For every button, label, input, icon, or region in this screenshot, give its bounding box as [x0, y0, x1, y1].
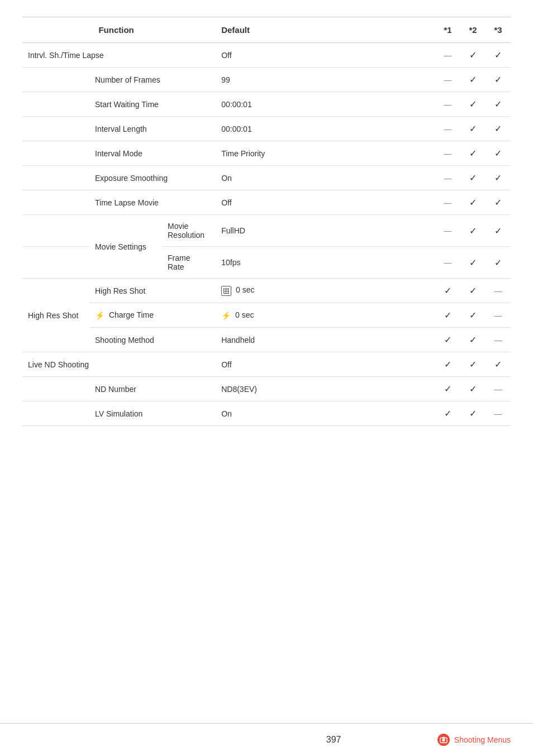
default-cell: Off — [210, 352, 435, 377]
star-cell: ✓ — [435, 401, 460, 426]
header-star3: *3 — [486, 17, 511, 43]
function-cell: Intrvl. Sh./Time Lapse — [22, 43, 210, 68]
star-cell: ✓ — [486, 92, 511, 117]
star-cell: ✓ — [435, 328, 460, 352]
star-cell: — — [486, 377, 511, 401]
star-cell: ✓ — [486, 190, 511, 215]
default-cell: 0 sec — [210, 279, 435, 303]
empty-cell — [22, 141, 89, 166]
star-cell: — — [435, 166, 460, 190]
table-row: Start Waiting Time00:00:01—✓✓ — [22, 92, 511, 117]
grid-icon — [221, 286, 231, 296]
empty-cell — [22, 117, 89, 141]
table-row: Live ND ShootingOff✓✓✓ — [22, 352, 511, 377]
function-cell: Exposure Smoothing — [89, 166, 210, 190]
svg-rect-2 — [442, 737, 445, 739]
star-cell: ✓ — [486, 117, 511, 141]
default-cell: On — [210, 166, 435, 190]
star-cell: — — [435, 43, 460, 68]
table-row: Interval ModeTime Priority—✓✓ — [22, 141, 511, 166]
function-cell: Start Waiting Time — [89, 92, 210, 117]
empty-cell — [22, 68, 89, 92]
star-cell: — — [435, 190, 460, 215]
table-row: ⚡ Charge Time⚡ 0 sec✓✓— — [22, 303, 511, 328]
empty-cell — [22, 190, 89, 215]
star-cell: ✓ — [486, 141, 511, 166]
star-cell: ✓ — [486, 215, 511, 247]
star-cell: ✓ — [460, 303, 486, 328]
main-table: Function Default *1 *2 *3 Intrvl. Sh./Ti… — [22, 17, 511, 426]
svg-point-0 — [442, 739, 445, 741]
table-row: Number of Frames99—✓✓ — [22, 68, 511, 92]
table-row: Time Lapse MovieOff—✓✓ — [22, 190, 511, 215]
default-cell: ND8(3EV) — [210, 377, 435, 401]
star-cell: ✓ — [486, 352, 511, 377]
star-cell: — — [435, 215, 460, 247]
function-cell: Time Lapse Movie — [89, 190, 210, 215]
header-star1: *1 — [435, 17, 460, 43]
default-cell: On — [210, 401, 435, 426]
page-wrapper: Function Default *1 *2 *3 Intrvl. Sh./Ti… — [0, 0, 533, 471]
lightning-icon: ⚡ — [221, 311, 231, 320]
function-cell: LV Simulation — [89, 401, 210, 426]
footer-menu: Shooting Menus — [437, 734, 511, 746]
header-star2: *2 — [460, 17, 486, 43]
star-cell: ✓ — [460, 141, 486, 166]
star-cell: — — [435, 117, 460, 141]
star-cell: — — [486, 303, 511, 328]
table-row: Shooting MethodHandheld✓✓— — [22, 328, 511, 352]
star-cell: ✓ — [460, 92, 486, 117]
empty-cell — [22, 401, 89, 426]
star-cell: ✓ — [460, 279, 486, 303]
function-cell: Movie Resolution — [162, 215, 210, 247]
star-cell: ✓ — [460, 215, 486, 247]
camera-icon — [440, 736, 448, 744]
default-cell: 99 — [210, 68, 435, 92]
empty-cell — [22, 215, 89, 247]
function-cell: Interval Length — [89, 117, 210, 141]
star-cell: — — [435, 247, 460, 279]
star-cell: ✓ — [486, 43, 511, 68]
function-cell: Number of Frames — [89, 68, 210, 92]
function-cell: ⚡ Charge Time — [89, 303, 210, 328]
empty-cell — [22, 92, 89, 117]
star-cell: ✓ — [460, 401, 486, 426]
default-cell: Off — [210, 190, 435, 215]
function-cell: High Res Shot — [89, 279, 210, 303]
default-cell: Off — [210, 43, 435, 68]
header-default: Default — [210, 17, 435, 43]
default-cell: Handheld — [210, 328, 435, 352]
table-body: Intrvl. Sh./Time LapseOff—✓✓Number of Fr… — [22, 43, 511, 426]
empty-cell — [22, 166, 89, 190]
table-row: Interval Length00:00:01—✓✓ — [22, 117, 511, 141]
default-cell: ⚡ 0 sec — [210, 303, 435, 328]
function-cell: ND Number — [89, 377, 210, 401]
table-row: Exposure SmoothingOn—✓✓ — [22, 166, 511, 190]
star-cell: ✓ — [460, 247, 486, 279]
star-cell: ✓ — [435, 279, 460, 303]
star-cell: ✓ — [460, 117, 486, 141]
star-cell: ✓ — [460, 68, 486, 92]
star-cell: ✓ — [460, 328, 486, 352]
table-row: LV SimulationOn✓✓— — [22, 401, 511, 426]
default-cell: 10fps — [210, 247, 435, 279]
table-row: Intrvl. Sh./Time LapseOff—✓✓ — [22, 43, 511, 68]
footer: 397 Shooting Menus — [0, 723, 533, 756]
function-cell: Frame Rate — [162, 247, 210, 279]
table-row: ND NumberND8(3EV)✓✓— — [22, 377, 511, 401]
star-cell: ✓ — [460, 166, 486, 190]
function-cell: Live ND Shooting — [22, 352, 210, 377]
empty-cell — [22, 247, 89, 279]
star-cell: ✓ — [486, 166, 511, 190]
star-cell: — — [435, 92, 460, 117]
star-cell: ✓ — [435, 352, 460, 377]
star-cell: — — [486, 279, 511, 303]
shooting-menus-icon — [437, 734, 450, 746]
table-row: High Res ShotHigh Res Shot 0 sec✓✓— — [22, 279, 511, 303]
function-cell: Shooting Method — [89, 328, 210, 352]
empty-cell — [22, 377, 89, 401]
lightning-icon-label: ⚡ — [95, 311, 104, 320]
star-cell: — — [486, 401, 511, 426]
header-function: Function — [22, 17, 210, 43]
star-cell: ✓ — [435, 377, 460, 401]
